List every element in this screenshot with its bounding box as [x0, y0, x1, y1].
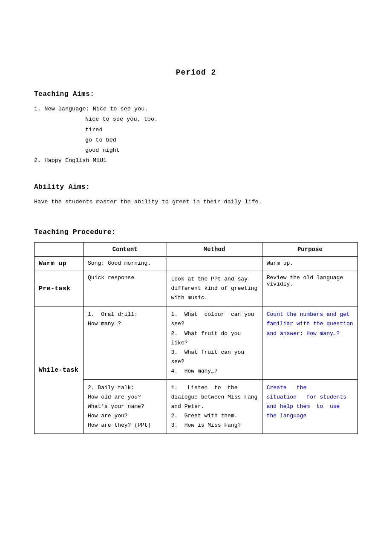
procedure-table: Content Method Purpose Warm up Song: Goo…: [34, 242, 358, 434]
teaching-aims-item1-line2: tired: [85, 125, 358, 135]
whiletask-content1: 1. Oral drill:How many…?: [84, 306, 167, 380]
whiletask-method2: 1. Listen to the dialogue between Miss F…: [167, 380, 262, 434]
teaching-aims-item1: 1. New language: Nice to see you.: [34, 104, 358, 114]
teaching-aims-content: 1. New language: Nice to see you. Nice t…: [34, 104, 358, 166]
teaching-aims-item2: 2. Happy English M1U1: [34, 156, 358, 166]
teaching-aims-item1-line1: Nice to see you, too.: [85, 114, 358, 124]
page-title: Period 2: [34, 68, 358, 77]
ability-aims-heading: Ability Aims:: [34, 183, 358, 191]
whiletask-purpose2: Create the situation for students and he…: [262, 380, 357, 434]
table-row-warmup: Warm up Song: Good morning. Warm up.: [35, 257, 358, 271]
col-header-content: Content: [84, 243, 167, 257]
warmup-method: [167, 257, 262, 271]
pretask-stage: Pre-task: [35, 271, 84, 306]
warmup-content: Song: Good morning.: [84, 257, 167, 271]
teaching-aims-item1-line3: go to bed: [85, 135, 358, 145]
col-header-method: Method: [167, 243, 262, 257]
teaching-aims-heading: Teaching Aims:: [34, 90, 358, 98]
pretask-method: Look at the PPt and say different kind o…: [167, 271, 262, 306]
table-row-pretask: Pre-task Quick response Look at the PPt …: [35, 271, 358, 306]
whiletask-content2: 2. Daily talk:How old are you?What's you…: [84, 380, 167, 434]
warmup-purpose: Warm up.: [262, 257, 357, 271]
teaching-procedure-section: Teaching Procedure: Content Method Purpo…: [34, 228, 358, 434]
col-header-purpose: Purpose: [262, 243, 357, 257]
ability-aims-section: Ability Aims: Have the students master t…: [34, 183, 358, 207]
ability-aims-text: Have the students master the ability to …: [34, 197, 358, 207]
warmup-stage: Warm up: [35, 257, 84, 271]
col-header-stage: [35, 243, 84, 257]
whiletask-purpose1: Count the numbers and get familiar with …: [262, 306, 357, 380]
pretask-purpose: Review the old language vividly.: [262, 271, 357, 306]
teaching-procedure-heading: Teaching Procedure:: [34, 228, 358, 236]
whiletask-stage: While-task: [35, 306, 84, 434]
teaching-aims-section: Teaching Aims: 1. New language: Nice to …: [34, 90, 358, 166]
whiletask-method1: 1. What colour can you see?2. What fruit…: [167, 306, 262, 380]
teaching-aims-item1-line4: good night: [85, 145, 358, 156]
table-row-whiletask1: While-task 1. Oral drill:How many…? 1. W…: [35, 306, 358, 380]
pretask-content: Quick response: [84, 271, 167, 306]
